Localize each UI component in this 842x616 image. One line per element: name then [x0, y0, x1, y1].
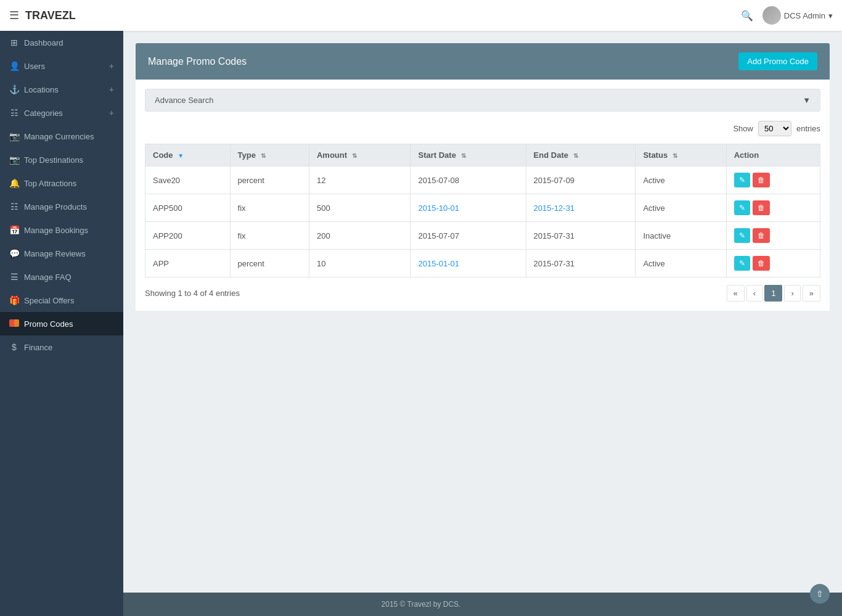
dashboard-icon: ⊞ — [9, 38, 19, 47]
sidebar-item-special-offers[interactable]: 🎁 Special Offers — [0, 289, 123, 312]
col-header-code[interactable]: Code ▼ — [145, 144, 231, 166]
sidebar-item-label: Manage Bookings — [24, 226, 88, 235]
sidebar-item-manage-faq[interactable]: ☰ Manage FAQ — [0, 265, 123, 289]
menu-toggle-button[interactable]: ☰ — [9, 9, 19, 22]
cell-code: APP — [145, 250, 231, 277]
sidebar-item-categories[interactable]: ☷ Categories + — [0, 101, 123, 125]
manage-reviews-icon: 💬 — [9, 248, 19, 258]
cell-amount: 500 — [309, 194, 411, 222]
user-name: DCS Admin — [784, 11, 825, 20]
sidebar-item-dashboard[interactable]: ⊞ Dashboard — [0, 31, 123, 54]
cell-type: percent — [230, 166, 309, 194]
cell-start-date: 2015-07-08 — [411, 166, 526, 194]
sidebar-item-label: Special Offers — [24, 296, 74, 305]
search-icon[interactable]: 🔍 — [741, 10, 753, 22]
sidebar-item-label: Manage Reviews — [24, 249, 86, 258]
cell-start-date: 2015-01-01 — [411, 250, 526, 277]
sidebar-item-locations[interactable]: ⚓ Locations + — [0, 78, 123, 101]
edit-button[interactable]: ✎ — [734, 173, 750, 187]
cell-status: Inactive — [636, 222, 726, 250]
pagination-next[interactable]: › — [784, 285, 800, 302]
sidebar-item-label: Finance — [24, 343, 52, 352]
col-header-status[interactable]: Status ⇅ — [636, 144, 726, 166]
edit-button[interactable]: ✎ — [734, 256, 750, 271]
advance-search-label: Advance Search — [155, 96, 213, 105]
sidebar-item-users[interactable]: 👤 Users + — [0, 54, 123, 78]
type-sort-icon: ⇅ — [261, 152, 266, 159]
pagination-first[interactable]: « — [727, 285, 745, 302]
sidebar-item-manage-currencies[interactable]: 📷 Manage Currencies — [0, 125, 123, 148]
top-navbar: ☰ TRAVEZL 🔍 DCS Admin ▾ — [0, 0, 842, 31]
user-menu[interactable]: DCS Admin ▾ — [762, 6, 833, 25]
avatar-image — [762, 6, 781, 25]
table-row: APP percent 10 2015-01-01 2015-07-31 Act… — [145, 250, 820, 277]
footer: 2015 © Travezl by DCS. — [0, 593, 842, 616]
cell-status: Active — [636, 250, 726, 277]
sidebar-item-label: Top Destinations — [24, 155, 83, 165]
cell-action: ✎ 🗑 — [726, 194, 820, 222]
sidebar-item-label: Manage FAQ — [24, 273, 72, 282]
sidebar-item-label: Dashboard — [24, 38, 63, 47]
table-row: APP500 fix 500 2015-10-01 2015-12-31 Act… — [145, 194, 820, 222]
col-header-type[interactable]: Type ⇅ — [230, 144, 309, 166]
edit-button[interactable]: ✎ — [734, 200, 750, 215]
sidebar-item-manage-reviews[interactable]: 💬 Manage Reviews — [0, 242, 123, 265]
promo-codes-table: Code ▼ Type ⇅ Amount ⇅ Start Date ⇅ — [145, 144, 820, 277]
sidebar-item-manage-products[interactable]: ☷ Manage Products — [0, 195, 123, 218]
delete-button[interactable]: 🗑 — [753, 256, 770, 271]
pagination-last[interactable]: » — [803, 285, 820, 302]
manage-bookings-icon: 📅 — [9, 225, 19, 235]
sidebar-item-label: Categories — [24, 109, 63, 118]
pagination-prev[interactable]: ‹ — [746, 285, 762, 302]
locations-plus-icon[interactable]: + — [109, 84, 114, 94]
entries-label: entries — [796, 124, 820, 133]
sidebar-item-label: Manage Products — [24, 202, 87, 211]
cell-start-date: 2015-10-01 — [411, 194, 526, 222]
users-plus-icon[interactable]: + — [109, 61, 114, 71]
col-header-end-date[interactable]: End Date ⇅ — [526, 144, 636, 166]
scroll-up-button[interactable]: ⇧ — [810, 584, 830, 604]
cell-action: ✎ 🗑 — [726, 166, 820, 194]
status-sort-icon: ⇅ — [672, 152, 677, 159]
navbar-right: 🔍 DCS Admin ▾ — [741, 6, 833, 25]
main-content: Manage Promo Codes Add Promo Code Advanc… — [123, 31, 842, 593]
show-entries: Show 10 25 50 100 entries — [145, 121, 820, 136]
cell-end-date: 2015-07-31 — [526, 250, 636, 277]
sidebar-item-label: Top Attractions — [24, 179, 76, 188]
pagination-page-1[interactable]: 1 — [764, 285, 782, 302]
sidebar-item-promo-codes[interactable]: Promo Codes — [0, 312, 123, 335]
delete-button[interactable]: 🗑 — [753, 200, 770, 215]
sidebar-item-top-destinations[interactable]: 📷 Top Destinations — [0, 148, 123, 171]
finance-icon: $ — [9, 342, 19, 352]
edit-button[interactable]: ✎ — [734, 228, 750, 243]
col-header-start-date[interactable]: Start Date ⇅ — [411, 144, 526, 166]
manage-products-icon: ☷ — [9, 202, 19, 211]
sidebar: ⊞ Dashboard 👤 Users + ⚓ Locations + ☷ Ca… — [0, 31, 123, 616]
cell-status: Active — [636, 194, 726, 222]
manage-faq-icon: ☰ — [9, 272, 19, 282]
sidebar-item-manage-bookings[interactable]: 📅 Manage Bookings — [0, 218, 123, 242]
pagination-info: Showing 1 to 4 of 4 entries — [145, 289, 240, 298]
add-promo-code-button[interactable]: Add Promo Code — [738, 52, 817, 70]
col-header-amount[interactable]: Amount ⇅ — [309, 144, 411, 166]
cell-amount: 10 — [309, 250, 411, 277]
delete-button[interactable]: 🗑 — [753, 228, 770, 243]
categories-plus-icon[interactable]: + — [109, 108, 114, 118]
entries-select[interactable]: 10 25 50 100 — [758, 121, 791, 136]
cell-start-date: 2015-07-07 — [411, 222, 526, 250]
cell-code: APP500 — [145, 194, 231, 222]
currencies-icon: 📷 — [9, 131, 19, 141]
sidebar-item-finance[interactable]: $ Finance — [0, 335, 123, 359]
dropdown-icon: ▾ — [828, 11, 833, 20]
delete-button[interactable]: 🗑 — [753, 173, 770, 187]
amount-sort-icon: ⇅ — [352, 152, 357, 159]
code-sort-icon: ▼ — [178, 152, 184, 159]
sidebar-item-label: Promo Codes — [24, 319, 73, 329]
categories-icon: ☷ — [9, 108, 19, 118]
users-icon: 👤 — [9, 61, 19, 71]
table-row: APP200 fix 200 2015-07-07 2015-07-31 Ina… — [145, 222, 820, 250]
cell-amount: 12 — [309, 166, 411, 194]
cell-action: ✎ 🗑 — [726, 222, 820, 250]
advance-search-toggle[interactable]: Advance Search ▼ — [145, 89, 820, 112]
sidebar-item-top-attractions[interactable]: 🔔 Top Attractions — [0, 171, 123, 195]
